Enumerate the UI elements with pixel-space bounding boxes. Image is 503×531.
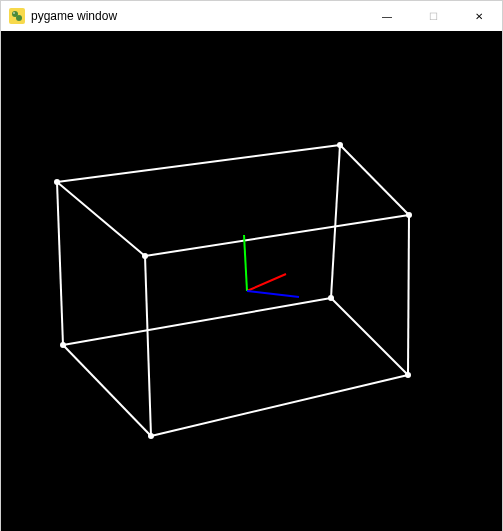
cube-vertices [54,142,412,439]
cube-vertex [405,372,411,378]
minimize-button[interactable]: — [364,1,410,31]
cube-edge [408,215,409,375]
svg-point-2 [16,15,22,21]
render-canvas[interactable] [1,31,502,531]
cube-edge [331,298,408,375]
cube-edge [57,182,63,345]
window-title: pygame window [31,9,117,23]
close-button[interactable]: ✕ [456,1,502,31]
cube-edge [63,298,331,345]
cube-vertex [60,342,66,348]
cube-wireframe [57,145,409,436]
cube-vertex [337,142,343,148]
pygame-snake-icon [9,8,25,24]
x-axis [247,274,286,291]
cube-edge [340,145,409,215]
cube-vertex [54,179,60,185]
orientation-axes [244,235,299,297]
titlebar[interactable]: pygame window — ☐ ✕ [1,1,502,31]
cube-edge [331,145,340,298]
y-axis [244,235,247,291]
cube-edge [57,182,145,256]
cube-edge [57,145,340,182]
cube-vertex [406,212,412,218]
cube-vertex [142,253,148,259]
close-icon: ✕ [475,11,483,22]
cube-vertex [148,433,154,439]
svg-point-3 [13,12,15,14]
minimize-icon: — [382,11,392,22]
z-axis [247,291,299,297]
scene-svg [1,31,502,531]
maximize-icon: ☐ [429,11,438,22]
application-window: pygame window — ☐ ✕ [0,0,503,531]
cube-edge [145,215,409,256]
cube-edge [145,256,151,436]
maximize-button: ☐ [410,1,456,31]
cube-edge [151,375,408,436]
cube-vertex [328,295,334,301]
cube-edge [63,345,151,436]
